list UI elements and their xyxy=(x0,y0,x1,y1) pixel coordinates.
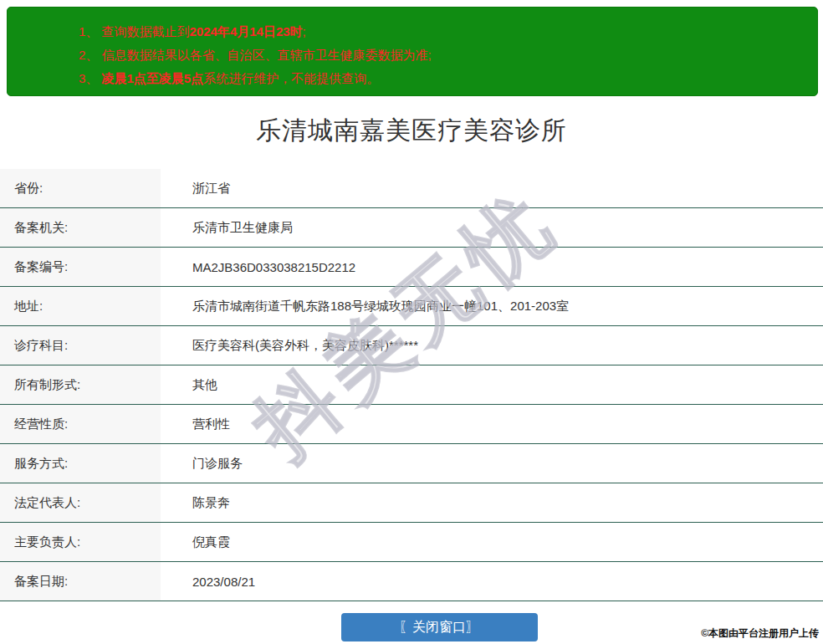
row-value: 乐清市城南街道千帆东路188号绿城玫瑰园商业一幢101、201-203室 xyxy=(161,287,823,325)
row-filing-date: 备案日期: 2023/08/21 xyxy=(0,562,823,601)
upload-credit: ©本图由平台注册用户上传 xyxy=(701,626,819,641)
row-value: 倪真霞 xyxy=(161,523,823,561)
row-label: 地址: xyxy=(0,287,161,325)
notice-line-2: 2、 信息数据结果以各省、自治区、直辖市卫生健康委数据为准; xyxy=(79,43,800,67)
row-label: 法定代表人: xyxy=(0,483,161,522)
row-value: 其他 xyxy=(161,365,823,404)
row-value: 浙江省 xyxy=(161,169,823,207)
row-label: 经营性质: xyxy=(0,405,161,443)
row-label: 服务方式: xyxy=(0,444,161,483)
notice-banner: 1、 查询数据截止到2024年4月14日23时; 2、 信息数据结果以各省、自治… xyxy=(7,7,818,96)
button-row: 〖关闭窗口〗 xyxy=(0,613,823,641)
row-label: 诊疗科目: xyxy=(0,326,161,365)
row-value: 2023/08/21 xyxy=(161,562,823,601)
row-principal: 主要负责人: 倪真霞 xyxy=(0,523,823,562)
row-label: 所有制形式: xyxy=(0,365,161,404)
row-label: 省份: xyxy=(0,169,161,207)
row-label: 主要负责人: xyxy=(0,523,161,561)
info-table: 省份: 浙江省 备案机关: 乐清市卫生健康局 备案编号: MA2JB36D033… xyxy=(0,169,823,601)
row-legal-representative: 法定代表人: 陈景奔 xyxy=(0,483,823,523)
row-value: 医疗美容科(美容外科，美容皮肤科)****** xyxy=(161,326,823,365)
notice-line-2-text: 2、 信息数据结果以各省、自治区、直辖市卫生健康委数据为准; xyxy=(79,48,432,62)
row-address: 地址: 乐清市城南街道千帆东路188号绿城玫瑰园商业一幢101、201-203室 xyxy=(0,287,823,326)
page-title: 乐清城南嘉美医疗美容诊所 xyxy=(0,114,823,148)
row-province: 省份: 浙江省 xyxy=(0,169,823,208)
query-result-page: 1、 查询数据截止到2024年4月14日23时; 2、 信息数据结果以各省、自治… xyxy=(0,0,823,644)
row-value: 乐清市卫生健康局 xyxy=(161,208,823,247)
row-treatment-subjects: 诊疗科目: 医疗美容科(美容外科，美容皮肤科)****** xyxy=(0,326,823,365)
row-label: 备案机关: xyxy=(0,208,161,247)
row-label: 备案编号: xyxy=(0,248,161,286)
row-ownership-form: 所有制形式: 其他 xyxy=(0,365,823,405)
row-filing-number: 备案编号: MA2JB36D033038215D2212 xyxy=(0,248,823,287)
notice-line-3: 3、 凌晨1点至凌晨5点系统进行维护，不能提供查询。 xyxy=(79,67,800,90)
row-business-nature: 经营性质: 营利性 xyxy=(0,405,823,444)
notice-line-3-text: 3、 xyxy=(79,71,102,85)
notice-line-3-bold: 凌晨1点至凌晨5点 xyxy=(102,71,204,85)
row-value: 营利性 xyxy=(161,405,823,443)
row-service-mode: 服务方式: 门诊服务 xyxy=(0,444,823,483)
notice-line-1-bold: 2024年4月14日23时 xyxy=(190,24,303,38)
row-value: 陈景奔 xyxy=(161,483,823,522)
row-label: 备案日期: xyxy=(0,562,161,601)
row-value: 门诊服务 xyxy=(161,444,823,483)
notice-line-1: 1、 查询数据截止到2024年4月14日23时; xyxy=(79,20,800,43)
notice-line-1-text: 1、 查询数据截止到 xyxy=(79,24,190,38)
notice-line-1-suffix: ; xyxy=(303,24,306,38)
close-window-button[interactable]: 〖关闭窗口〗 xyxy=(341,613,538,641)
row-value: MA2JB36D033038215D2212 xyxy=(161,248,823,286)
notice-line-3-suffix: 系统进行维护，不能提供查询。 xyxy=(203,71,379,85)
row-filing-authority: 备案机关: 乐清市卫生健康局 xyxy=(0,208,823,248)
